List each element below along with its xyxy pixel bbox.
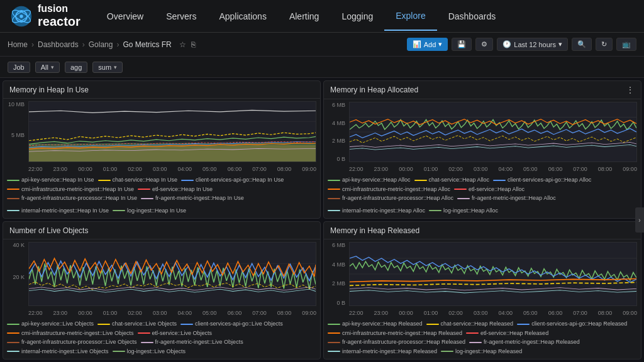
panel-heap-released: Memory in Heap Released 6 MB 4 MB 2 MB 0…	[323, 221, 641, 359]
legend-dot-log	[113, 210, 125, 211]
nav-logging[interactable]: Logging	[330, 3, 384, 30]
legend-heap-in-use: api-key-service::Heap In Use chat-servic…	[7, 175, 316, 217]
legend-row-2: cmi-infrastructure-metric-ingest::Heap I…	[7, 185, 316, 194]
legend-internal: internal-metric-ingest::Heap In Use	[7, 207, 109, 216]
panel-live-objects-title: Number of Live Objects	[9, 226, 88, 235]
sum-filter[interactable]: sum ▾	[92, 62, 123, 73]
legend-fr-infra: fr-agent-infrastructure-processor::Heap …	[7, 194, 137, 203]
panel-heap-in-use: Memory in Heap In Use 10 MB 5 MB	[3, 80, 321, 219]
chart-icon: 📊	[413, 40, 421, 48]
sum-label: sum	[98, 63, 111, 71]
panel-heap-in-use-title: Memory in Heap In Use	[9, 85, 89, 94]
legend-row-1: api-key-service::Heap In Use chat-servic…	[7, 176, 316, 185]
filter-bar: Job All ▾ agg sum ▾	[0, 57, 644, 78]
sum-caret-icon: ▾	[114, 64, 117, 70]
breadcrumb-actions: ☆ ⎘	[179, 40, 196, 49]
time-caret-icon: ▾	[558, 40, 562, 48]
zoom-out-button[interactable]: 🔍	[572, 38, 592, 51]
legend-log: log-ingest::Heap In Use	[113, 207, 186, 216]
chart-plot-heap-released	[349, 242, 637, 306]
legend-obj-row-4: internal-metric-ingest::Live Objects log…	[7, 348, 316, 356]
legend-heap-released: api-key-service::Heap Released chat-serv…	[328, 319, 637, 358]
fusion-reactor-logo-icon	[10, 5, 33, 28]
svg-point-4	[19, 14, 23, 18]
share-icon[interactable]: ⎘	[191, 40, 196, 49]
legend-rel-row-1: api-key-service::Heap Released chat-serv…	[328, 320, 637, 329]
add-button[interactable]: 📊 Add ▾	[407, 38, 448, 51]
breadcrumb-sep-1: ›	[31, 40, 34, 49]
chart-area-heap-allocated: 6 MB 4 MB 2 MB 0 B	[328, 102, 637, 175]
legend-client: client-services-api-go::Heap In Use	[181, 176, 284, 185]
legend-obj-row-3: fr-agent-infrastructure-processor::Live …	[7, 338, 316, 347]
breadcrumb-current: Go Metrics FR	[123, 40, 171, 49]
save-dashboard-button[interactable]: 💾	[452, 38, 472, 51]
panel-heap-released-content: 6 MB 4 MB 2 MB 0 B	[324, 239, 641, 359]
x-axis-live-objects: 22:00 23:00 00:00 01:00 02:00 03:00 04:0…	[28, 307, 316, 319]
legend-live-objects: api-key-service::Live Objects chat-servi…	[7, 319, 316, 358]
legend-dot-client	[181, 180, 194, 181]
chart-area-live-objects: 40 K 20 K	[7, 242, 316, 319]
breadcrumb-bar: Home › Dashboards › Golang › Go Metrics …	[0, 33, 644, 57]
chart-svg-heap-allocated	[350, 102, 636, 162]
all-filter[interactable]: All ▾	[35, 62, 60, 73]
legend-alloc-row-3: fr-agent-infrastructure-processor::Heap …	[328, 194, 637, 215]
x-axis-heap-in-use: 22:00 23:00 00:00 01:00 02:00 03:00 04:0…	[28, 163, 316, 175]
all-label: All	[41, 63, 48, 71]
chart-area-heap-released: 6 MB 4 MB 2 MB 0 B	[328, 242, 637, 319]
legend-rel-row-2: cmi-infrastructure-metric-ingest::Heap R…	[328, 329, 637, 338]
legend-dot-cmi	[7, 189, 19, 190]
job-filter[interactable]: Job	[8, 62, 30, 73]
legend-fr-metric: fr-agent-metric-ingest::Heap In Use	[141, 194, 244, 203]
legend-rel-row-4: internal-metric-ingest::Heap Released lo…	[328, 348, 637, 356]
breadcrumb-dashboards[interactable]: Dashboards	[38, 40, 79, 49]
panel-heap-released-title: Memory in Heap Released	[330, 226, 419, 235]
breadcrumb-sep-3: ›	[116, 40, 119, 49]
tv-mode-button[interactable]: 📺	[616, 38, 636, 51]
nav-items: Overview Servers Applications Alerting L…	[96, 2, 634, 31]
chart-plot-heap-in-use	[28, 101, 316, 162]
panel-heap-allocated: Memory in Heap Allocated ⋮ 6 MB 4 MB 2 M…	[323, 80, 641, 219]
nav-servers[interactable]: Servers	[155, 3, 208, 30]
chart-svg-live-objects	[29, 243, 316, 305]
settings-button[interactable]: ⚙	[475, 38, 493, 51]
logo-text: fusionreactor	[38, 3, 80, 29]
side-panel-handle[interactable]: ›	[635, 207, 644, 233]
clock-icon: 🕐	[502, 40, 511, 48]
breadcrumb-sep-2: ›	[82, 40, 85, 49]
legend-dot-api-key	[7, 180, 19, 181]
legend-heap-allocated: api-key-service::Heap Alloc chat-service…	[328, 175, 637, 217]
panel-heap-allocated-menu[interactable]: ⋮	[626, 85, 635, 95]
legend-api-key: api-key-service::Heap In Use	[7, 176, 94, 185]
breadcrumb-home[interactable]: Home	[8, 40, 28, 49]
y-axis-heap-released: 6 MB 4 MB 2 MB 0 B	[328, 242, 348, 306]
y-axis-heap-in-use: 10 MB 5 MB	[7, 101, 27, 162]
top-nav: fusionreactor Overview Servers Applicati…	[0, 0, 644, 33]
agg-label: agg	[70, 63, 82, 71]
star-icon[interactable]: ☆	[179, 40, 186, 49]
agg-filter[interactable]: agg	[65, 62, 87, 73]
refresh-button[interactable]: ↻	[596, 38, 613, 51]
chart-area-heap-in-use: 10 MB 5 MB	[7, 101, 316, 175]
legend-alloc-row-1: api-key-service::Heap Alloc chat-service…	[328, 176, 637, 185]
legend-etl: etl-service::Heap In Use	[138, 185, 213, 194]
nav-explore[interactable]: Explore	[384, 2, 436, 31]
chart-plot-heap-allocated	[349, 102, 637, 162]
legend-rel-row-3: fr-agent-infrastructure-processor::Heap …	[328, 338, 637, 347]
nav-alerting[interactable]: Alerting	[278, 3, 330, 30]
legend-obj-row-1: api-key-service::Live Objects chat-servi…	[7, 320, 316, 329]
panel-live-objects-header: Number of Live Objects	[3, 222, 320, 239]
time-range-button[interactable]: 🕐 Last 12 hours ▾	[497, 38, 568, 51]
x-axis-heap-released: 22:00 23:00 00:00 01:00 02:00 03:00 04:0…	[349, 307, 637, 319]
panel-heap-allocated-title: Memory in Heap Allocated	[330, 85, 418, 94]
all-caret-icon: ▾	[51, 64, 54, 70]
legend-chat: chat-service::Heap In Use	[98, 176, 178, 185]
nav-applications[interactable]: Applications	[208, 3, 278, 30]
legend-cmi: cmi-infrastructure-metric-ingest::Heap I…	[7, 185, 134, 194]
logo[interactable]: fusionreactor	[10, 3, 80, 29]
dashboard-grid: Memory in Heap In Use 10 MB 5 MB	[0, 78, 644, 362]
nav-dashboards[interactable]: Dashboards	[437, 3, 508, 30]
chart-plot-live-objects	[28, 242, 316, 306]
nav-overview[interactable]: Overview	[96, 3, 155, 30]
breadcrumb-golang[interactable]: Golang	[89, 40, 113, 49]
panel-heap-allocated-content: 6 MB 4 MB 2 MB 0 B	[324, 99, 641, 218]
